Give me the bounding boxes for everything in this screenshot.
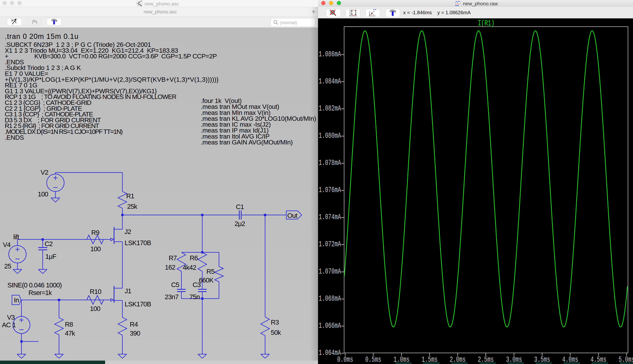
svg-text:1.086mA: 1.086mA <box>319 50 341 58</box>
svg-text:1.080mA: 1.080mA <box>319 132 341 140</box>
svg-text:1.082mA: 1.082mA <box>319 104 341 112</box>
svg-text:1.076mA: 1.076mA <box>319 186 341 194</box>
svg-text:1.066mA: 1.066mA <box>319 321 341 330</box>
svg-text:1.068mA: 1.068mA <box>319 294 341 303</box>
svg-text:1.074mA: 1.074mA <box>319 213 341 221</box>
svg-text:0.5ms: 0.5ms <box>365 355 381 364</box>
svg-text:1.078mA: 1.078mA <box>319 158 341 167</box>
svg-text:1.070mA: 1.070mA <box>319 267 341 276</box>
svg-text:I(R1): I(R1) <box>478 19 494 28</box>
svg-text:1.084mA: 1.084mA <box>319 77 341 86</box>
svg-text:1.072mA: 1.072mA <box>319 240 341 248</box>
svg-text:0.0ms: 0.0ms <box>337 355 353 364</box>
